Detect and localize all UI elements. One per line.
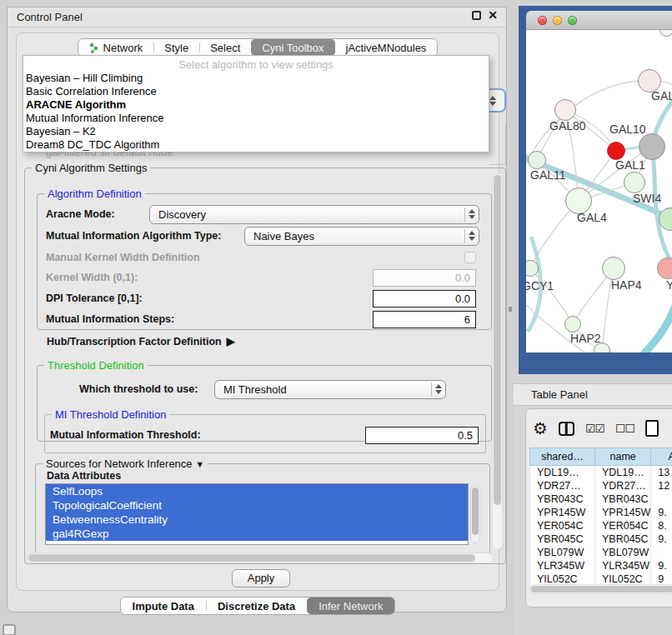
unchecked-pair-icon[interactable]: ☐☐ [615,422,634,435]
table-toolbar: ⚙ ☑☑ ☐☐ [533,416,672,441]
tab-cyni-toolbox[interactable]: Cyni Toolbox [251,39,334,56]
close-icon[interactable]: ✕ [488,11,498,20]
manual-kernel-width-label: Manual Kernel Width Definition [46,252,200,263]
settings-horizontal-scrollbar[interactable] [27,552,494,563]
popup-placeholder: Select algorithm to view settings [23,56,489,72]
cyni-bottom-tabs: Impute Data Discretize Data Infer Networ… [8,597,508,615]
attributes-list-scrollbar[interactable] [470,485,480,543]
column-header-shared-name[interactable]: shared… [530,448,595,466]
manual-kernel-width-checkbox[interactable] [464,252,476,263]
tab-network[interactable]: Network [78,39,154,56]
algorithm-dropdown-popup: Select algorithm to view settings Bayesi… [23,55,489,152]
tab-discretize-data[interactable]: Discretize Data [206,598,307,614]
checked-pair-icon[interactable]: ☑☑ [585,422,604,435]
network-node-gal11[interactable] [528,151,546,169]
table-row[interactable]: YDL19…YDL19…13 [530,466,672,479]
tab-select[interactable]: Select [199,39,251,56]
table-panel-body: ⚙ ☑☑ ☐☐ shared… name A YDL19…YDL19…13 YD… [525,408,672,608]
node-label-hap4: HAP4 [611,278,642,292]
column-header-clipped[interactable]: A [651,448,672,466]
dpi-tolerance-label: DPI Tolerance [0,1]: [46,292,143,304]
table-horizontal-scrollbar[interactable] [529,584,672,594]
network-node-red[interactable] [607,142,625,160]
node-label-gal11: GAL11 [530,168,566,182]
algorithm-option[interactable]: Basic Correlation Inference [23,85,489,98]
network-canvas[interactable]: GAL GAL80 GAL10 GAL1 GAL11 SWI4 GAL4 GCY… [526,30,672,352]
algorithm-option[interactable]: Bayesian – K2 [23,125,489,138]
network-node-hap4[interactable] [602,257,625,280]
apply-button[interactable]: Apply [232,569,290,588]
kernel-width-field[interactable]: 0.0 [373,269,476,287]
tab-style[interactable]: Style [153,39,199,56]
close-traffic-light-icon[interactable] [538,16,547,25]
aracne-mode-select[interactable]: Discovery [149,205,479,224]
tab-impute-data[interactable]: Impute Data [121,598,206,614]
document-icon[interactable] [645,420,659,437]
control-panel-titlebar: Control Panel ✕ [8,8,506,28]
minimize-traffic-light-icon[interactable] [553,16,562,25]
mi-threshold-definition-group: MI Threshold Definition Mutual Informati… [44,414,486,453]
inference-groupbox-fragment [489,124,506,165]
tab-infer-network[interactable]: Infer Network [307,598,394,614]
expand-right-icon: ▶ [227,335,235,348]
minimized-panel-icon[interactable] [3,624,16,635]
panel-splitter-handle[interactable] [509,307,512,312]
network-window-titlebar[interactable] [526,11,672,30]
tab-jactivemnodules[interactable]: jActiveMNodules [335,39,438,56]
table-row[interactable]: YBR045CYBR045C9. [530,532,672,546]
node-label-swi4: SWI4 [633,192,661,205]
mi-threshold-field[interactable]: 0.5 [365,427,479,444]
gear-icon[interactable]: ⚙ [533,420,548,437]
mi-algorithm-type-label: Mutual Information Algorithm Type: [46,230,221,242]
aracne-mode-label: Aracne Mode: [46,208,115,220]
mi-algorithm-type-select[interactable]: Naive Bayes [244,227,479,246]
hub-transcription-factor-toggle[interactable]: Hub/Transcription Factor Definition▶ [47,335,235,348]
table-row[interactable]: YPR145WYPR145W9. [530,506,672,519]
mi-threshold-label: Mutual Information Threshold: [50,429,201,441]
node-label-gal10: GAL10 [609,122,646,136]
combo-arrows-icon [432,384,445,394]
control-panel: Control Panel ✕ Network [7,7,507,612]
dpi-tolerance-field[interactable]: 0.0 [373,290,476,308]
list-item[interactable]: BetweennessCentrality [46,512,468,527]
table-row[interactable]: YLR345WYLR345W9. [530,559,672,572]
table-row[interactable]: YBL079WYBL079W [530,546,672,559]
threshold-definition-group: Threshold Definition Which threshold to … [37,365,492,442]
node-label-gal80: GAL80 [549,119,586,132]
collapse-down-icon: ▼ [195,459,204,469]
algorithm-option[interactable]: Mutual Information Inference [23,112,489,125]
list-item[interactable]: SelfLoops [46,484,468,498]
split-columns-icon[interactable] [559,422,574,436]
zoom-traffic-light-icon[interactable] [568,16,577,25]
data-attributes-label: Data Attributes [47,470,121,482]
combo-arrows-icon [465,231,479,241]
table-row[interactable]: YBR043CYBR043C [530,492,672,506]
network-icon [89,42,99,53]
data-attributes-list[interactable]: SelfLoops TopologicalCoefficient Between… [45,483,469,545]
control-panel-tabs: Network Style Select Cyni Toolbox jActiv… [8,38,508,57]
node-attribute-table: shared… name A YDL19…YDL19…13 YDR27…YDR2… [529,448,672,586]
network-node-gal80[interactable] [554,99,576,121]
table-row[interactable]: YDR27…YDR27…12 [530,479,672,492]
mi-steps-label: Mutual Information Steps: [46,313,174,325]
mi-steps-field[interactable]: 6 [373,311,476,328]
list-item[interactable]: gal4RGexp [46,527,468,541]
algorithm-definition-group: Algorithm Definition Aracne Mode: Discov… [37,193,492,330]
table-panel-titlebar: Table Panel [514,383,672,406]
column-header-name[interactable]: name [595,448,651,466]
sources-title[interactable]: Sources for Network Inference ▼ [43,458,208,470]
algorithm-option-selected[interactable]: ARACNE Algorithm [23,98,489,112]
network-node[interactable] [624,172,645,193]
which-threshold-label: Which threshold to use: [46,383,198,395]
network-node-hap2[interactable] [564,316,581,332]
table-row[interactable]: YER054CYER054C8. [530,519,672,532]
float-window-icon[interactable] [472,11,481,20]
network-node-gal10[interactable] [639,133,665,160]
mi-threshold-definition-title: MI Threshold Definition [52,408,169,421]
which-threshold-select[interactable]: MI Threshold [214,380,446,399]
list-item[interactable]: TopologicalCoefficient [46,498,468,512]
combo-arrows-icon [465,209,479,219]
algorithm-option[interactable]: Bayesian – Hill Climbing [23,72,489,85]
algorithm-option[interactable]: Dream8 DC_TDC Algorithm [23,138,489,152]
settings-vertical-scrollbar[interactable] [492,173,503,550]
